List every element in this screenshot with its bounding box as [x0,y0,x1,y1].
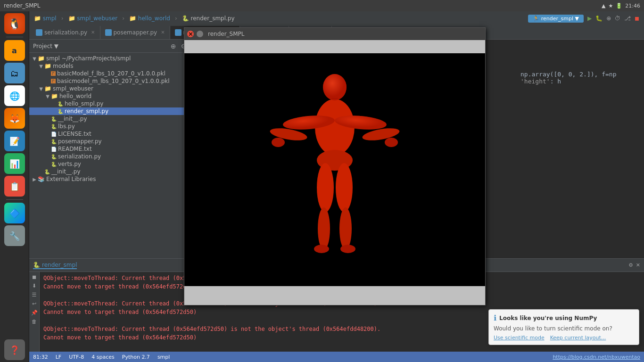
human-figure-svg [269,61,401,278]
breadcrumb-helloworld[interactable]: 📁 hello_world [129,15,170,22]
run-side-filter[interactable]: ☰ [32,292,37,298]
status-lf[interactable]: LF [56,354,61,360]
dock-separator-1 [6,37,23,37]
help-icon[interactable]: ❓ [4,339,25,360]
tree-file-icon-license: 📄 [51,132,57,137]
tree-item-smpl[interactable]: ▼ 📁 smpl ~/PycharmProjects/smpl [29,55,203,62]
os-topbar: render_SMPL ▲ ★ 🔋 21:46 [0,0,644,11]
run-side-icons: ◼ ⬇ ☰ ↩ 📌 🗑 [29,272,40,362]
tab-close-posemapper[interactable]: ✕ [161,30,165,35]
render-close-button[interactable]: ✕ [187,31,194,37]
coverage-button[interactable]: ⊕ [606,15,611,22]
tree-label-serialization: serialization.py [58,153,101,160]
tree-folder-icon-extlibs: 📚 [38,176,45,182]
tree-item-rendersmpl[interactable]: 🐍 render_smpl.py [29,107,203,115]
tree-item-readme[interactable]: 📄 README.txt [29,145,203,153]
tree-label-rendersmpl: render_smpl.py [65,108,108,115]
breadcrumb-webuser[interactable]: 📁 smpl_webuser [68,15,118,22]
tree-label-lbs: lbs.py [58,123,75,130]
tree-file-icon-hellosmpl: 🐍 [58,101,63,107]
project-panel-title: Project ▼ [33,43,167,49]
svg-point-11 [336,163,353,212]
tree-file-icon-init-root: 🐍 [44,169,50,174]
tools-icon[interactable]: 🔧 [4,225,25,246]
tree-item-posemapper[interactable]: 🐍 posemapper.py [29,138,203,145]
svg-point-13 [339,207,352,250]
svg-point-14 [314,245,329,253]
tree-item-init-web[interactable]: 🐍 __init__.py [29,115,203,123]
tab-serialization[interactable]: serialization.py ✕ [31,26,100,39]
os-title: render_SMPL [4,2,40,9]
tree-item-pkl-f[interactable]: 🅿 basicModel_f_lbs_10_207_0_v1.0.0.pkl [29,70,203,77]
run-side-stop[interactable]: ◼ [32,274,36,280]
tree-file-icon-lbs: 🐍 [51,124,57,129]
tree-file-icon-pkl-f: 🅿 [51,71,56,76]
close-icon[interactable]: ✕ [636,262,640,268]
numpy-info-icon: ℹ [494,313,496,322]
numpy-tooltip-body: Would you like to turn scientific mode o… [494,324,634,333]
tree-item-webuser[interactable]: ▼ 📁 smpl_webuser [29,85,203,92]
render-window[interactable]: ✕ render_SMPL [184,27,486,305]
os-topbar-right: ▲ ★ 🔋 21:46 [602,3,640,9]
status-lang[interactable]: Python 2.7 [122,354,150,360]
pycharm-icon[interactable]: 🔷 [4,203,25,223]
tree-item-serialization[interactable]: 🐍 serialization.py [29,153,203,160]
tree-label-smpl: smpl ~/PycharmProjects/smpl [46,55,131,62]
firefox-icon[interactable]: 🦊 [4,108,25,129]
tree-item-hellosmpl[interactable]: 🐍 hello_smpl.py [29,100,203,107]
git-button[interactable]: ⎇ [624,15,631,22]
tree-item-models[interactable]: ▼ 📁 models [29,62,203,70]
tree-label-webuser: smpl_webuser [53,85,93,92]
settings-icon[interactable]: ⚙ [628,262,633,268]
tree-item-extlibs[interactable]: ▶ 📚 External Libraries [29,175,203,183]
tab-close-serialization[interactable]: ✕ [91,30,95,35]
numpy-link-scientific[interactable]: Use scientific mode [494,335,545,341]
svg-point-10 [317,163,334,212]
tree-item-pkl-m[interactable]: 🅿 basicmodel_m_lbs_10_207_0_v1.0.0.pkl [29,77,203,85]
dock-separator-2 [6,199,23,200]
tree-item-init-root[interactable]: 🐍 __init__.py [29,168,203,175]
breadcrumb-smpl[interactable]: 📁 smpl [34,15,57,22]
amazon-icon[interactable]: a [4,40,25,61]
status-charset[interactable]: UTF-8 [69,354,84,360]
run-button[interactable]: ▶ [587,15,592,22]
tree-item-verts[interactable]: 🐍 verts.py [29,160,203,168]
stop-button[interactable]: ◼ [635,15,639,22]
impress-icon[interactable]: 📋 [4,176,25,197]
files-icon[interactable]: 🗂 [4,63,25,83]
network-icon: ▲ [602,3,605,9]
run-tab-icon-active: 🐍 [33,262,40,268]
toolbar-icon-add[interactable]: ⊕ [169,41,178,51]
writer-icon[interactable]: 📝 [4,131,25,151]
tab-posemapper[interactable]: posemapper.py ✕ [100,26,170,39]
profile-button[interactable]: ⏱ [615,15,620,22]
status-position[interactable]: 81:32 [33,354,48,360]
numpy-link-layout[interactable]: Keep current layout... [550,335,606,341]
code-text-2: 'height': h [520,78,561,85]
run-tab-active[interactable]: 🐍 render_smpl [33,262,77,269]
run-side-pin[interactable]: 📌 [31,310,38,316]
debug-button[interactable]: 🐛 [595,15,603,22]
run-config-dropdown[interactable]: 🏃 render_smpl ▼ [528,15,584,23]
render-top-bar [184,40,485,53]
status-spaces[interactable]: 4 spaces [91,354,115,360]
run-side-scroll[interactable]: ⬇ [32,283,36,289]
tree-label-pkl-f: basicModel_f_lbs_10_207_0_v1.0.0.pkl [57,70,165,77]
tree-folder-icon-helloworld: 📁 [51,93,58,99]
ubuntu-icon[interactable]: 🐧 [4,13,25,34]
calc-icon[interactable]: 📊 [4,153,25,174]
tree-item-lbs[interactable]: 🐍 lbs.py [29,123,203,130]
project-toolbar: Project ▼ ⊕ ⚙ — [29,40,203,53]
render-minimize-button[interactable] [197,31,203,37]
status-url[interactable]: https://blog.csdn.net/nbxuwentao [553,354,640,360]
run-side-tree[interactable]: 🗑 [32,319,37,325]
tree-item-helloworld[interactable]: ▼ 📁 hello_world [29,92,203,100]
tree-label-init-root: __init__.py [51,168,81,175]
tree-item-license[interactable]: 📄 LICENSE.txt [29,130,203,138]
tree-label-helloworld: hello_world [59,93,91,99]
browser-icon[interactable]: 🌐 [4,85,25,106]
status-right: https://blog.csdn.net/nbxuwentao [553,354,640,360]
tab-label-posemapper: posemapper.py [114,29,157,36]
run-side-wrap[interactable]: ↩ [32,301,36,307]
os-dock: 🐧 a 🗂 🌐 🦊 📝 📊 📋 🔷 🔧 ❓ [0,11,29,362]
